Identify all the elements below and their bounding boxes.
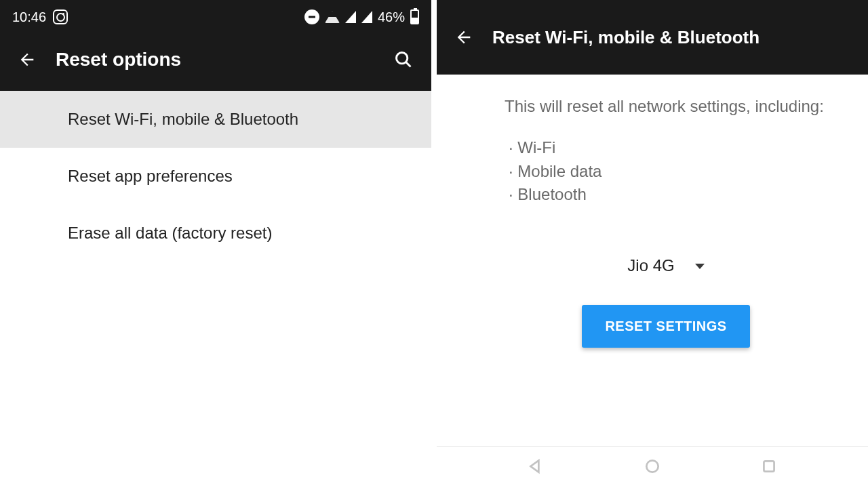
appbar-reset-options: Reset options (0, 34, 431, 91)
dnd-icon (304, 9, 319, 24)
instagram-icon (53, 9, 68, 24)
list-item-factory-reset[interactable]: Erase all data (factory reset) (0, 205, 431, 262)
svg-marker-2 (530, 460, 538, 472)
panel-reset-options: 10:46 46% Reset options Reset Wi-Fi, mob… (0, 0, 434, 488)
page-title: Reset Wi-Fi, mobile & Bluetooth (492, 27, 850, 48)
nav-home-icon[interactable] (644, 458, 661, 478)
explain-text: This will reset all network settings, in… (505, 95, 827, 119)
chevron-down-icon (695, 264, 705, 269)
svg-point-3 (646, 460, 658, 472)
nav-recent-icon[interactable] (760, 458, 778, 478)
content: This will reset all network settings, in… (437, 75, 868, 446)
battery-icon (410, 9, 419, 24)
reset-settings-button[interactable]: RESET SETTINGS (582, 305, 749, 348)
bullet-mobile-data: Mobile data (509, 160, 827, 184)
sim-selector[interactable]: Jio 4G (505, 254, 827, 278)
search-icon[interactable] (393, 49, 414, 70)
signal-icon-1 (345, 11, 356, 23)
nav-back-icon[interactable] (527, 458, 545, 478)
bullet-list: Wi-Fi Mobile data Bluetooth (509, 136, 827, 207)
status-time: 10:46 (12, 9, 46, 25)
svg-line-1 (406, 62, 411, 67)
panel-reset-network-detail: Reset Wi-Fi, mobile & Bluetooth This wil… (434, 0, 868, 488)
android-navbar (437, 446, 868, 488)
back-arrow-icon[interactable] (454, 28, 473, 47)
statusbar: 10:46 46% (0, 0, 431, 34)
wifi-icon (325, 11, 340, 23)
list-item-reset-network[interactable]: Reset Wi-Fi, mobile & Bluetooth (0, 91, 431, 148)
bullet-wifi: Wi-Fi (509, 136, 827, 160)
list-item-reset-app-prefs[interactable]: Reset app preferences (0, 148, 431, 205)
signal-icon-2 (361, 11, 372, 23)
bullet-bluetooth: Bluetooth (509, 183, 827, 207)
battery-percent: 46% (378, 9, 405, 25)
sim-selected-label: Jio 4G (627, 254, 674, 278)
svg-rect-4 (764, 461, 774, 471)
appbar-reset-network: Reset Wi-Fi, mobile & Bluetooth (437, 0, 868, 75)
back-arrow-icon[interactable] (18, 50, 37, 69)
svg-point-0 (397, 53, 408, 64)
page-title: Reset options (56, 49, 374, 70)
